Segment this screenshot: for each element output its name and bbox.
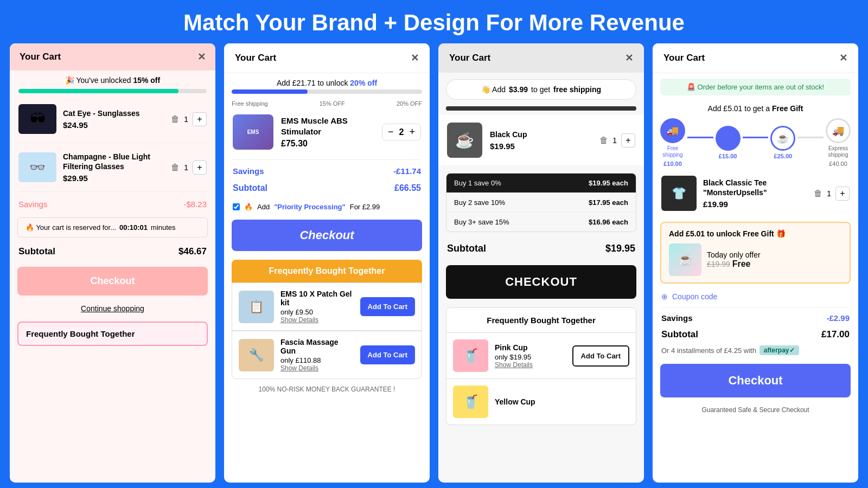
- gift-offer: Today only offer: [707, 251, 761, 259]
- subtotal-label-4: Subtotal: [661, 329, 698, 340]
- add-to-cart-btn-3[interactable]: Add To Cart: [572, 345, 629, 367]
- increase-qty-4[interactable]: +: [621, 133, 635, 147]
- add-to-cart-btn-1[interactable]: Add To Cart: [360, 297, 415, 316]
- subtotal-label-3: Subtotal: [447, 243, 486, 254]
- fbt-link-3[interactable]: Show Details: [495, 361, 566, 369]
- qty-value-1: 1: [184, 115, 188, 124]
- step-15-off: 15% OFF: [320, 100, 345, 107]
- milestone-circle-4: 🚚: [826, 118, 851, 143]
- cart-panel-4: Your Cart ✕ 🚨 Order before your items ar…: [653, 43, 858, 483]
- buy-price-2: $17.95 each: [589, 198, 628, 207]
- qty-value-4: 1: [612, 136, 617, 145]
- item-info-2: Champagne - Blue Light Filtering Glasses…: [63, 152, 164, 183]
- coupon-label: Coupon code: [672, 292, 717, 301]
- subtotal-row-4: Subtotal £17.00: [653, 326, 858, 342]
- milestone-amount-3: £25.00: [774, 153, 793, 159]
- qty-controls-1: 🗑 1 +: [171, 112, 207, 126]
- fbt-header-2: Frequently Bought Together: [232, 260, 422, 282]
- priority-price: For £2.99: [350, 203, 380, 211]
- qty-value-3: 2: [399, 127, 404, 137]
- fbt-info-4: Yellow Cup: [495, 397, 629, 406]
- fbt-label-1: Frequently Bought Together: [26, 329, 135, 338]
- qty-controls-2: 🗑 1 +: [171, 160, 207, 175]
- shipping-bar-3: 👋 Add $3.99 to get free shipping: [446, 79, 636, 100]
- milestone-4: 🚚 Expressshipping £40.00: [826, 118, 851, 167]
- divider-2: [18, 191, 207, 192]
- buy-price-1: $19.95 each: [589, 179, 628, 187]
- close-icon-4[interactable]: ✕: [839, 52, 847, 64]
- checkout-button-3[interactable]: Checkout: [446, 265, 636, 299]
- checkout-button-4[interactable]: Checkout: [660, 364, 851, 397]
- progress-bar-fill-1: [18, 89, 178, 93]
- subtotal-value-2: £66.55: [394, 183, 421, 193]
- delete-item-2[interactable]: 🗑: [171, 163, 180, 172]
- subtotal-row-2: Subtotal £66.55: [224, 180, 430, 198]
- decrease-qty-3[interactable]: −: [388, 126, 394, 138]
- continue-shopping-link[interactable]: Continue shopping: [10, 300, 215, 317]
- item-price-1: $24.95: [63, 120, 164, 130]
- subtotal-label-2: Subtotal: [233, 183, 267, 193]
- cards-container: Your Cart ✕ 🎉 You've unlocked 15% off 🕶 …: [0, 43, 868, 483]
- buy-row-2[interactable]: Buy 2 save 10% $17.95 each: [446, 193, 636, 213]
- add-to-cart-btn-2[interactable]: Add To Cart: [360, 345, 415, 364]
- fbt-link-1[interactable]: Show Details: [280, 316, 354, 324]
- buy-price-3: $16.96 each: [589, 218, 628, 226]
- savings-label-2: Savings: [233, 166, 264, 176]
- cart-header-1: Your Cart ✕: [10, 43, 215, 70]
- delete-item-1[interactable]: 🗑: [171, 114, 180, 124]
- milestone-circle-1: 🚚: [660, 118, 685, 143]
- cart-panel-2: Your Cart ✕ Add £21.71 to unlock 20% off…: [224, 43, 430, 483]
- gift-preview: ☕ Today only offer £19.99 Free: [669, 243, 842, 276]
- milestone-amount-4: £40.00: [829, 160, 847, 167]
- cart-title-3: Your Cart: [449, 53, 490, 63]
- step-20-off: 20% OFF: [397, 100, 422, 107]
- divider-1: [18, 143, 207, 143]
- circle-plus-icon: ⊕: [661, 292, 668, 301]
- subtotal-label-1: Subtotal: [18, 246, 55, 257]
- increase-qty-1[interactable]: +: [193, 112, 207, 126]
- item-name-5: Black Classic Tee "MonsterUpsells": [703, 178, 807, 197]
- milestone-2: 15%Off £15.00: [716, 126, 741, 159]
- priority-checkbox[interactable]: [233, 203, 240, 210]
- milestone-line-1: [687, 137, 713, 138]
- fbt-info-1: EMS 10 X Patch Gel kit only £9.50 Show D…: [280, 290, 354, 324]
- savings-row-4: Savings -£2.99: [653, 310, 858, 326]
- guarantee-text: 100% NO-RISK MONEY BACK GUARANTEE !: [224, 379, 430, 400]
- item-info-4: Black Cup $19.95: [490, 130, 592, 151]
- gift-free: Free: [732, 259, 751, 268]
- checkout-button-1[interactable]: Checkout: [17, 267, 208, 296]
- increase-qty-2[interactable]: +: [193, 160, 207, 175]
- item-info-5: Black Classic Tee "MonsterUpsells" £19.9…: [703, 178, 807, 209]
- close-icon-3[interactable]: ✕: [625, 52, 633, 64]
- unlock-message-2: Add £21.71 to unlock 20% off: [224, 73, 430, 87]
- savings-value-2: -£11.74: [393, 166, 421, 176]
- product-image-cup: ☕: [447, 123, 482, 158]
- coupon-row[interactable]: ⊕ Coupon code: [653, 288, 858, 305]
- product-image-glasses: 👓: [18, 152, 56, 182]
- increase-qty-3[interactable]: +: [409, 126, 415, 138]
- urgency-bar: 🚨 Order before your items are out of sto…: [660, 79, 851, 95]
- gift-text: Today only offer £19.99 Free: [707, 251, 761, 269]
- buy-label-3: Buy 3+ save 15%: [454, 218, 509, 226]
- cart-title-4: Your Cart: [663, 53, 705, 63]
- increase-qty-5[interactable]: +: [835, 187, 850, 201]
- milestone-circle-3: ☕: [770, 126, 795, 151]
- buy-row-1[interactable]: Buy 1 save 0% $19.95 each: [446, 174, 636, 193]
- milestone-3: ☕ £25.00: [770, 126, 795, 159]
- buy-row-3[interactable]: Buy 3+ save 15% $16.96 each: [446, 213, 636, 232]
- buy-label-1: Buy 1 save 0%: [454, 179, 501, 187]
- delete-item-4[interactable]: 🗑: [599, 136, 608, 145]
- cart-header-4: Your Cart ✕: [653, 43, 858, 73]
- close-icon-2[interactable]: ✕: [411, 52, 419, 64]
- cart-panel-1: Your Cart ✕ 🎉 You've unlocked 15% off 🕶 …: [10, 43, 215, 483]
- divider-3: [233, 159, 421, 160]
- delete-item-5[interactable]: 🗑: [814, 189, 822, 198]
- checkout-button-2[interactable]: Checkout: [232, 220, 422, 251]
- close-icon-1[interactable]: ✕: [197, 51, 206, 63]
- unlock-message-1: 🎉 You've unlocked 15% off: [10, 70, 215, 85]
- fbt-info-3: Pink Cup only $19.95 Show Details: [495, 343, 566, 369]
- fbt-link-2[interactable]: Show Details: [280, 364, 354, 372]
- subtotal-value-3: $19.95: [605, 243, 635, 254]
- fbt-image-2: 🔧: [239, 339, 274, 371]
- timer-value: 00:10:01: [119, 223, 148, 232]
